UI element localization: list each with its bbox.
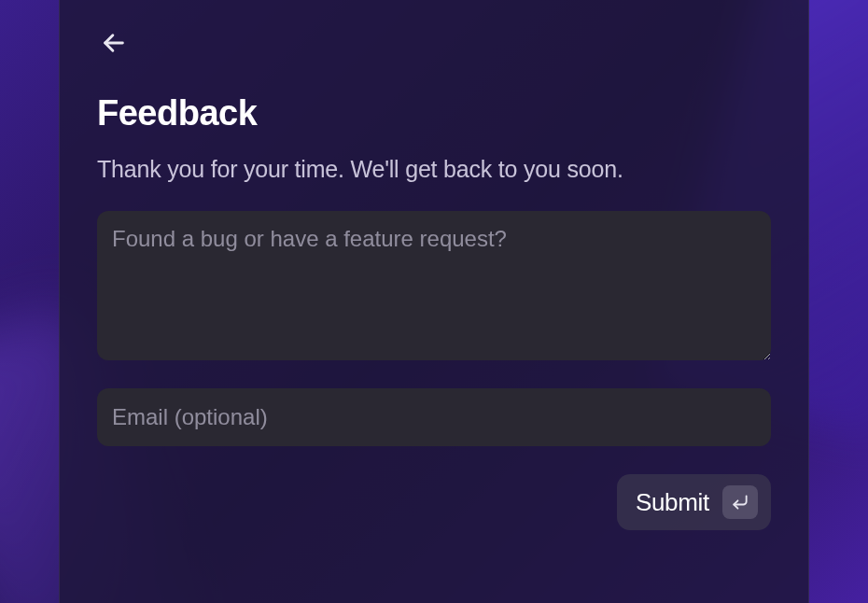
submit-row: Submit (97, 474, 771, 530)
page-title: Feedback (97, 93, 771, 133)
submit-button[interactable]: Submit (617, 474, 771, 530)
enter-key-badge (722, 485, 758, 519)
back-button[interactable] (97, 26, 131, 60)
arrow-left-icon (101, 30, 127, 56)
submit-label: Submit (636, 488, 709, 517)
email-field[interactable] (97, 388, 771, 446)
feedback-message-input[interactable] (97, 211, 771, 360)
page-subtitle: Thank you for your time. We'll get back … (97, 156, 771, 183)
feedback-card: Feedback Thank you for your time. We'll … (59, 0, 809, 603)
enter-key-icon (731, 493, 749, 512)
